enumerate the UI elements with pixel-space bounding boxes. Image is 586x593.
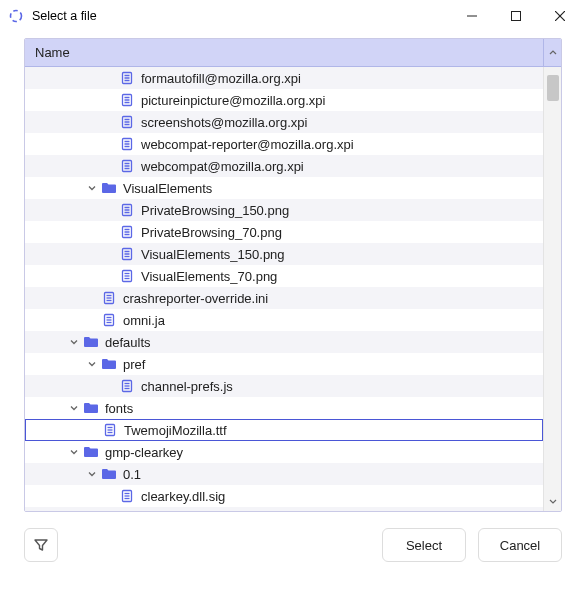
chevron-down-icon[interactable] [67,445,81,459]
file-icon [119,268,135,284]
tree-item-label: gmp-clearkey [105,445,183,460]
tree-file-row[interactable]: VisualElements_150.png [25,243,543,265]
tree-folder-row[interactable]: 0.1 [25,463,543,485]
file-icon [119,246,135,262]
file-icon [119,92,135,108]
tree-file-row[interactable]: channel-prefs.js [25,375,543,397]
tree-file-row[interactable]: PrivateBrowsing_70.png [25,221,543,243]
tree-file-row[interactable]: formautofill@mozilla.org.xpi [25,67,543,89]
file-icon [102,422,118,438]
filter-button[interactable] [24,528,58,562]
file-icon [119,136,135,152]
scroll-up-button[interactable] [543,39,561,66]
tree-item-label: 0.1 [123,467,141,482]
filter-icon [33,537,49,553]
tree-file-row[interactable]: pictureinpicture@mozilla.org.xpi [25,89,543,111]
tree-file-row[interactable]: webcompat@mozilla.org.xpi [25,155,543,177]
tree-folder-row[interactable]: defaults [25,331,543,353]
tree-folder-row[interactable]: VisualElements [25,177,543,199]
select-button[interactable]: Select [382,528,466,562]
tree-folder-row[interactable]: gmp-clearkey [25,441,543,463]
file-icon [119,378,135,394]
chevron-down-icon[interactable] [85,181,99,195]
tree-file-row[interactable]: crashreporter-override.ini [25,287,543,309]
file-icon [101,312,117,328]
column-header-name[interactable]: Name [25,39,543,66]
chevron-down-icon[interactable] [67,401,81,415]
scroll-down-button[interactable] [544,493,562,509]
app-icon [8,8,24,24]
svg-rect-2 [512,12,521,21]
cancel-button-label: Cancel [500,538,540,553]
select-button-label: Select [406,538,442,553]
chevron-down-icon[interactable] [85,467,99,481]
tree-item-label: webcompat-reporter@mozilla.org.xpi [141,137,354,152]
tree-item-label: clearkey.dll.sig [141,489,225,504]
tree-file-row[interactable]: clearkey.dll [25,507,543,511]
folder-icon [83,400,99,416]
folder-icon [101,356,117,372]
file-icon [119,202,135,218]
file-icon [119,224,135,240]
tree-file-row[interactable]: VisualElements_70.png [25,265,543,287]
tree-item-label: TwemojiMozilla.ttf [124,423,227,438]
window-title: Select a file [32,9,450,23]
folder-icon [101,180,117,196]
tree-item-label: webcompat@mozilla.org.xpi [141,159,304,174]
tree-item-label: omni.ja [123,313,165,328]
tree-file-row[interactable]: clearkey.dll.sig [25,485,543,507]
file-icon [119,70,135,86]
svg-point-0 [11,11,22,22]
folder-icon [101,466,117,482]
tree-item-label: fonts [105,401,133,416]
scrollbar[interactable] [543,67,561,511]
tree-item-label: pictureinpicture@mozilla.org.xpi [141,93,325,108]
tree-item-label: clearkey.dll [141,511,205,512]
tree-item-label: channel-prefs.js [141,379,233,394]
tree-file-row[interactable]: PrivateBrowsing_150.png [25,199,543,221]
file-icon [119,488,135,504]
tree-item-label: VisualElements [123,181,212,196]
tree-file-row[interactable]: webcompat-reporter@mozilla.org.xpi [25,133,543,155]
file-tree-panel: Name formautofill@mozilla.org.xpipicture… [24,38,562,512]
file-icon [119,114,135,130]
tree-item-label: crashreporter-override.ini [123,291,268,306]
tree-item-label: VisualElements_70.png [141,269,277,284]
chevron-down-icon[interactable] [67,335,81,349]
tree-item-label: defaults [105,335,151,350]
tree-folder-row[interactable]: fonts [25,397,543,419]
folder-icon [83,334,99,350]
tree-item-label: VisualElements_150.png [141,247,285,262]
maximize-button[interactable] [494,0,538,32]
cancel-button[interactable]: Cancel [478,528,562,562]
tree-item-label: PrivateBrowsing_150.png [141,203,289,218]
tree-item-label: formautofill@mozilla.org.xpi [141,71,301,86]
folder-icon [83,444,99,460]
column-header-row: Name [25,39,561,67]
tree-file-row[interactable]: screenshots@mozilla.org.xpi [25,111,543,133]
tree-item-label: pref [123,357,145,372]
minimize-button[interactable] [450,0,494,32]
footer: Select Cancel [0,512,586,578]
scrollbar-thumb[interactable] [547,75,559,101]
titlebar: Select a file [0,0,586,32]
tree-file-row[interactable]: TwemojiMozilla.ttf [25,419,543,441]
file-icon [119,510,135,511]
file-tree[interactable]: formautofill@mozilla.org.xpipictureinpic… [25,67,543,511]
file-icon [101,290,117,306]
tree-item-label: screenshots@mozilla.org.xpi [141,115,307,130]
file-icon [119,158,135,174]
close-button[interactable] [538,0,582,32]
chevron-down-icon[interactable] [85,357,99,371]
tree-folder-row[interactable]: pref [25,353,543,375]
tree-file-row[interactable]: omni.ja [25,309,543,331]
tree-item-label: PrivateBrowsing_70.png [141,225,282,240]
